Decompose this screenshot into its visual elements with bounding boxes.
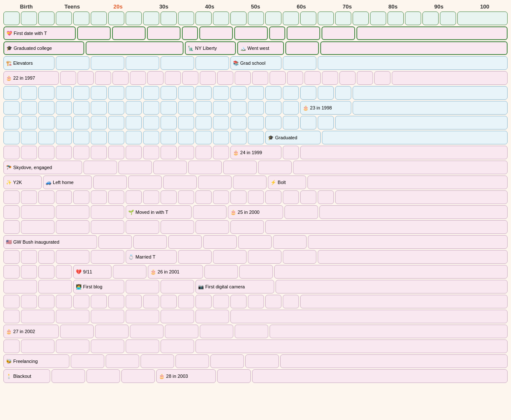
filler[interactable] <box>178 101 194 115</box>
filler[interactable] <box>195 310 229 323</box>
filler[interactable] <box>91 295 107 308</box>
filler[interactable] <box>308 235 508 249</box>
event-911[interactable]: 💔 9/11 <box>73 265 112 279</box>
filler[interactable] <box>161 116 177 129</box>
filler[interactable] <box>3 101 20 115</box>
filler[interactable] <box>283 56 316 70</box>
filler[interactable] <box>213 146 229 159</box>
filler[interactable] <box>126 310 159 323</box>
filler[interactable] <box>195 190 212 204</box>
filler[interactable] <box>161 310 194 323</box>
filler[interactable] <box>245 354 279 368</box>
filler[interactable] <box>235 325 268 338</box>
filler[interactable] <box>161 280 194 293</box>
filler[interactable] <box>21 86 37 100</box>
event-went-west[interactable]: 🏔️ Went west <box>237 41 284 55</box>
filler[interactable] <box>269 26 285 40</box>
filler[interactable] <box>392 71 508 85</box>
filler[interactable] <box>118 161 152 174</box>
event-grad-school[interactable]: 📚 Grad school <box>230 56 281 70</box>
marker-cell[interactable] <box>195 12 212 25</box>
filler[interactable] <box>38 116 55 129</box>
marker-cell[interactable] <box>457 12 508 25</box>
filler[interactable] <box>213 250 247 264</box>
filler[interactable] <box>318 116 334 129</box>
filler[interactable] <box>283 295 299 308</box>
filler[interactable] <box>265 220 508 234</box>
filler[interactable] <box>56 205 89 219</box>
filler[interactable] <box>91 220 124 234</box>
filler[interactable] <box>3 265 20 279</box>
filler[interactable] <box>60 325 94 338</box>
filler[interactable] <box>143 295 159 308</box>
filler[interactable] <box>175 354 209 368</box>
filler[interactable] <box>3 205 20 219</box>
event-elevators[interactable]: 🏗️ Elevators <box>3 56 55 70</box>
filler[interactable] <box>335 190 508 204</box>
filler[interactable] <box>108 101 124 115</box>
filler[interactable] <box>265 116 281 129</box>
marker-cell[interactable] <box>126 12 142 25</box>
marker-cell[interactable] <box>440 12 456 25</box>
filler[interactable] <box>178 86 194 100</box>
filler[interactable] <box>143 131 159 144</box>
filler[interactable] <box>3 295 20 308</box>
filler[interactable] <box>204 265 238 279</box>
filler[interactable] <box>130 71 146 85</box>
filler[interactable] <box>274 265 508 279</box>
filler[interactable] <box>95 325 129 338</box>
filler[interactable] <box>38 265 55 279</box>
filler[interactable] <box>178 295 194 308</box>
filler[interactable] <box>161 56 194 70</box>
filler[interactable] <box>71 354 104 368</box>
marker-cell[interactable] <box>405 12 421 25</box>
filler[interactable] <box>77 26 111 40</box>
filler[interactable] <box>161 86 177 100</box>
filler[interactable] <box>161 131 177 144</box>
filler[interactable] <box>300 295 508 308</box>
filler[interactable] <box>265 101 281 115</box>
filler[interactable] <box>198 175 232 189</box>
filler[interactable] <box>91 101 107 115</box>
filler[interactable] <box>38 250 55 264</box>
filler[interactable] <box>161 339 194 353</box>
marker-cell[interactable] <box>213 12 229 25</box>
filler[interactable] <box>374 71 390 85</box>
filler[interactable] <box>73 116 89 129</box>
filler[interactable] <box>161 295 177 308</box>
filler[interactable] <box>178 190 194 204</box>
filler[interactable] <box>283 190 299 204</box>
filler[interactable] <box>56 190 72 204</box>
marker-cell[interactable] <box>38 12 55 25</box>
filler[interactable] <box>83 161 117 174</box>
filler[interactable] <box>284 205 318 219</box>
filler[interactable] <box>128 175 162 189</box>
event-y2k[interactable]: ✨ Y2K <box>3 175 42 189</box>
filler[interactable] <box>165 71 181 85</box>
filler[interactable] <box>195 116 212 129</box>
filler[interactable] <box>21 146 37 159</box>
event-moved-in[interactable]: 🌱 Moved in with T <box>126 205 192 219</box>
marker-cell[interactable] <box>318 12 334 25</box>
filler[interactable] <box>91 310 124 323</box>
filler[interactable] <box>73 131 89 144</box>
filler[interactable] <box>178 146 194 159</box>
filler[interactable] <box>283 250 316 264</box>
filler[interactable] <box>356 26 508 40</box>
filler[interactable] <box>248 101 264 115</box>
filler[interactable] <box>112 26 146 40</box>
filler[interactable] <box>108 190 124 204</box>
filler[interactable] <box>265 86 281 100</box>
filler[interactable] <box>38 131 55 144</box>
filler[interactable] <box>161 190 177 204</box>
filler[interactable] <box>56 116 72 129</box>
filler[interactable] <box>287 71 303 85</box>
filler[interactable] <box>300 86 316 100</box>
marker-cell[interactable] <box>143 12 159 25</box>
filler[interactable] <box>195 101 212 115</box>
filler[interactable] <box>73 101 89 115</box>
filler[interactable] <box>283 116 299 129</box>
filler[interactable] <box>91 339 124 353</box>
filler[interactable] <box>21 250 37 264</box>
filler[interactable] <box>56 250 89 264</box>
